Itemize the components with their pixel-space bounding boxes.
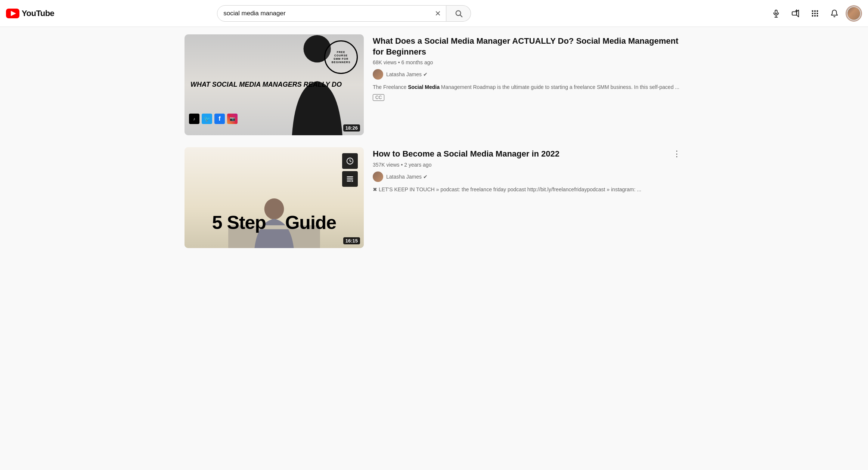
logo-text: YouTube [22, 9, 54, 18]
tiktok-icon: ♪ [189, 114, 199, 124]
channel-avatar-2 [373, 171, 383, 182]
logo-area[interactable]: YouTube [6, 9, 66, 18]
instagram-icon: 📷 [227, 114, 238, 124]
video-meta-2: 357K views • 2 years ago [373, 162, 683, 168]
video-meta-1: 68K views • 6 months ago [373, 59, 683, 65]
create-button[interactable] [787, 5, 804, 22]
video-title-1[interactable]: What Does a Social Media Manager ACTUALL… [373, 36, 683, 57]
channel-row-1: Latasha James ✔ [373, 69, 683, 80]
video-thumbnail-2[interactable]: 5 Step Guide [185, 147, 364, 248]
search-submit-button[interactable] [446, 5, 471, 22]
mic-button[interactable] [768, 5, 784, 22]
svg-line-1 [460, 15, 462, 17]
svg-rect-16 [814, 15, 816, 16]
svg-rect-2 [775, 10, 777, 13]
svg-rect-15 [812, 15, 813, 16]
content-area: WHAT SOCIAL MEDIA MANAGERS REALLY DO FRE… [0, 27, 868, 268]
clock-icon [342, 153, 358, 169]
channel-row-2: Latasha James ✔ [373, 171, 683, 182]
search-box: ✕ [217, 5, 446, 22]
create-icon [791, 9, 800, 18]
svg-rect-5 [792, 12, 797, 15]
svg-rect-14 [817, 13, 818, 14]
search-results: WHAT SOCIAL MEDIA MANAGERS REALLY DO FRE… [173, 27, 695, 268]
twitter-icon: 🐦 [202, 114, 212, 124]
video-thumbnail-1[interactable]: WHAT SOCIAL MEDIA MANAGERS REALLY DO FRE… [185, 34, 364, 135]
bell-icon [830, 9, 838, 18]
facebook-icon: f [214, 114, 225, 124]
thumbnail-circle-badge: FREECOURSESMM FORBEGINNERS [324, 40, 358, 74]
notifications-button[interactable] [826, 5, 843, 22]
avatar [847, 6, 861, 21]
thumbnail-icons-2 [342, 153, 358, 187]
search-input[interactable] [217, 6, 430, 21]
verified-icon-1: ✔ [423, 71, 428, 77]
header: YouTube ✕ [0, 0, 868, 27]
more-options-button-2[interactable]: ⋮ [670, 147, 683, 161]
channel-name-1[interactable]: Latasha James ✔ [386, 71, 428, 77]
apps-button[interactable] [807, 5, 823, 22]
svg-rect-13 [814, 13, 816, 14]
youtube-logo-icon [6, 9, 19, 18]
result-item-1: WHAT SOCIAL MEDIA MANAGERS REALLY DO FRE… [185, 34, 683, 135]
result-item-2: 5 Step Guide [185, 147, 683, 248]
avatar-button[interactable] [846, 5, 862, 22]
cc-badge: CC [373, 94, 384, 101]
apps-icon [811, 9, 819, 18]
svg-rect-12 [812, 13, 813, 14]
search-icon [455, 9, 463, 18]
search-clear-button[interactable]: ✕ [430, 6, 446, 21]
svg-rect-17 [817, 15, 818, 16]
thumbnail-social-icons: ♪ 🐦 f 📷 [189, 114, 238, 124]
video-duration-2: 16:15 [343, 237, 360, 244]
thumbnail-text-overlay: WHAT SOCIAL MEDIA MANAGERS REALLY DO [190, 81, 342, 89]
list-icon [342, 171, 358, 187]
verified-icon-2: ✔ [423, 174, 428, 180]
channel-name-2[interactable]: Latasha James ✔ [386, 174, 428, 180]
video-info-1: What Does a Social Media Manager ACTUALL… [373, 34, 683, 101]
channel-avatar-1 [373, 69, 383, 80]
list-icon-svg [346, 175, 354, 183]
header-icons [768, 5, 862, 22]
video-desc-1: The Freelance Social Media Management Ro… [373, 83, 683, 91]
svg-marker-26 [352, 180, 354, 182]
clock-icon-svg [346, 157, 354, 165]
video-info-2: ⋮ How to Become a Social Media Manager i… [373, 147, 683, 194]
svg-rect-11 [817, 10, 818, 12]
svg-rect-9 [812, 10, 813, 12]
search-area: ✕ [217, 5, 471, 22]
thumbnail-big-text: 5 Step Guide [185, 213, 364, 233]
video-title-2[interactable]: How to Become a Social Media Manager in … [373, 149, 683, 160]
video-desc-2: ✖ LET'S KEEP IN TOUCH » podcast: the fre… [373, 186, 683, 194]
mic-icon [772, 9, 780, 18]
svg-rect-10 [814, 10, 816, 12]
